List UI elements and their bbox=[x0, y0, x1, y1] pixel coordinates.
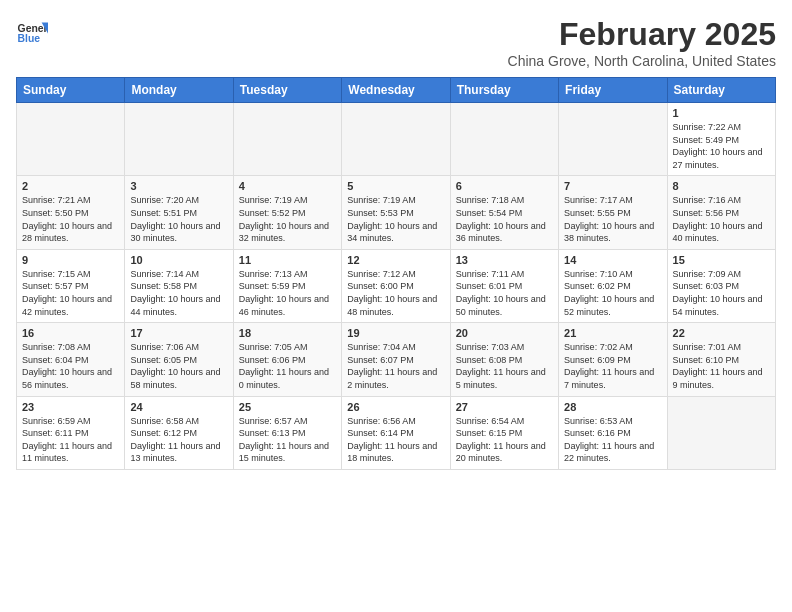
day-number: 14 bbox=[564, 254, 661, 266]
day-info: Sunrise: 6:58 AM Sunset: 6:12 PM Dayligh… bbox=[130, 415, 227, 465]
day-header-monday: Monday bbox=[125, 78, 233, 103]
calendar-cell: 11Sunrise: 7:13 AM Sunset: 5:59 PM Dayli… bbox=[233, 249, 341, 322]
calendar-cell: 4Sunrise: 7:19 AM Sunset: 5:52 PM Daylig… bbox=[233, 176, 341, 249]
calendar-cell bbox=[667, 396, 775, 469]
calendar-cell: 16Sunrise: 7:08 AM Sunset: 6:04 PM Dayli… bbox=[17, 323, 125, 396]
calendar-week-row: 1Sunrise: 7:22 AM Sunset: 5:49 PM Daylig… bbox=[17, 103, 776, 176]
calendar-cell: 21Sunrise: 7:02 AM Sunset: 6:09 PM Dayli… bbox=[559, 323, 667, 396]
day-number: 4 bbox=[239, 180, 336, 192]
day-info: Sunrise: 6:56 AM Sunset: 6:14 PM Dayligh… bbox=[347, 415, 444, 465]
day-info: Sunrise: 7:13 AM Sunset: 5:59 PM Dayligh… bbox=[239, 268, 336, 318]
calendar-cell bbox=[233, 103, 341, 176]
day-number: 11 bbox=[239, 254, 336, 266]
calendar-cell: 26Sunrise: 6:56 AM Sunset: 6:14 PM Dayli… bbox=[342, 396, 450, 469]
day-number: 9 bbox=[22, 254, 119, 266]
day-number: 20 bbox=[456, 327, 553, 339]
day-header-thursday: Thursday bbox=[450, 78, 558, 103]
day-info: Sunrise: 7:10 AM Sunset: 6:02 PM Dayligh… bbox=[564, 268, 661, 318]
page-header: General Blue February 2025 China Grove, … bbox=[16, 16, 776, 69]
day-number: 15 bbox=[673, 254, 770, 266]
day-info: Sunrise: 6:53 AM Sunset: 6:16 PM Dayligh… bbox=[564, 415, 661, 465]
day-number: 10 bbox=[130, 254, 227, 266]
calendar-cell bbox=[342, 103, 450, 176]
day-info: Sunrise: 7:19 AM Sunset: 5:53 PM Dayligh… bbox=[347, 194, 444, 244]
calendar-cell bbox=[125, 103, 233, 176]
svg-text:Blue: Blue bbox=[18, 33, 41, 44]
day-header-sunday: Sunday bbox=[17, 78, 125, 103]
calendar-cell: 7Sunrise: 7:17 AM Sunset: 5:55 PM Daylig… bbox=[559, 176, 667, 249]
day-header-tuesday: Tuesday bbox=[233, 78, 341, 103]
calendar-cell: 9Sunrise: 7:15 AM Sunset: 5:57 PM Daylig… bbox=[17, 249, 125, 322]
day-number: 28 bbox=[564, 401, 661, 413]
day-number: 22 bbox=[673, 327, 770, 339]
calendar-cell: 8Sunrise: 7:16 AM Sunset: 5:56 PM Daylig… bbox=[667, 176, 775, 249]
day-number: 3 bbox=[130, 180, 227, 192]
calendar-cell: 14Sunrise: 7:10 AM Sunset: 6:02 PM Dayli… bbox=[559, 249, 667, 322]
day-number: 16 bbox=[22, 327, 119, 339]
calendar-cell: 2Sunrise: 7:21 AM Sunset: 5:50 PM Daylig… bbox=[17, 176, 125, 249]
calendar-cell: 19Sunrise: 7:04 AM Sunset: 6:07 PM Dayli… bbox=[342, 323, 450, 396]
calendar-week-row: 9Sunrise: 7:15 AM Sunset: 5:57 PM Daylig… bbox=[17, 249, 776, 322]
calendar-cell: 17Sunrise: 7:06 AM Sunset: 6:05 PM Dayli… bbox=[125, 323, 233, 396]
calendar-cell: 3Sunrise: 7:20 AM Sunset: 5:51 PM Daylig… bbox=[125, 176, 233, 249]
day-number: 21 bbox=[564, 327, 661, 339]
day-info: Sunrise: 7:21 AM Sunset: 5:50 PM Dayligh… bbox=[22, 194, 119, 244]
day-info: Sunrise: 7:11 AM Sunset: 6:01 PM Dayligh… bbox=[456, 268, 553, 318]
day-header-wednesday: Wednesday bbox=[342, 78, 450, 103]
calendar-cell: 23Sunrise: 6:59 AM Sunset: 6:11 PM Dayli… bbox=[17, 396, 125, 469]
calendar-cell bbox=[450, 103, 558, 176]
day-info: Sunrise: 7:18 AM Sunset: 5:54 PM Dayligh… bbox=[456, 194, 553, 244]
month-title: February 2025 bbox=[508, 16, 776, 53]
day-number: 13 bbox=[456, 254, 553, 266]
day-info: Sunrise: 7:22 AM Sunset: 5:49 PM Dayligh… bbox=[673, 121, 770, 171]
day-number: 26 bbox=[347, 401, 444, 413]
calendar-cell: 6Sunrise: 7:18 AM Sunset: 5:54 PM Daylig… bbox=[450, 176, 558, 249]
location: China Grove, North Carolina, United Stat… bbox=[508, 53, 776, 69]
day-info: Sunrise: 7:16 AM Sunset: 5:56 PM Dayligh… bbox=[673, 194, 770, 244]
logo-icon: General Blue bbox=[16, 16, 48, 48]
day-info: Sunrise: 7:04 AM Sunset: 6:07 PM Dayligh… bbox=[347, 341, 444, 391]
calendar-cell bbox=[559, 103, 667, 176]
day-number: 19 bbox=[347, 327, 444, 339]
calendar-week-row: 16Sunrise: 7:08 AM Sunset: 6:04 PM Dayli… bbox=[17, 323, 776, 396]
day-number: 18 bbox=[239, 327, 336, 339]
day-number: 23 bbox=[22, 401, 119, 413]
day-info: Sunrise: 7:09 AM Sunset: 6:03 PM Dayligh… bbox=[673, 268, 770, 318]
calendar-week-row: 23Sunrise: 6:59 AM Sunset: 6:11 PM Dayli… bbox=[17, 396, 776, 469]
calendar-cell: 22Sunrise: 7:01 AM Sunset: 6:10 PM Dayli… bbox=[667, 323, 775, 396]
day-number: 17 bbox=[130, 327, 227, 339]
day-info: Sunrise: 7:02 AM Sunset: 6:09 PM Dayligh… bbox=[564, 341, 661, 391]
day-number: 27 bbox=[456, 401, 553, 413]
day-number: 2 bbox=[22, 180, 119, 192]
day-header-saturday: Saturday bbox=[667, 78, 775, 103]
calendar-table: SundayMondayTuesdayWednesdayThursdayFrid… bbox=[16, 77, 776, 470]
calendar-cell: 5Sunrise: 7:19 AM Sunset: 5:53 PM Daylig… bbox=[342, 176, 450, 249]
calendar-cell: 20Sunrise: 7:03 AM Sunset: 6:08 PM Dayli… bbox=[450, 323, 558, 396]
day-info: Sunrise: 6:59 AM Sunset: 6:11 PM Dayligh… bbox=[22, 415, 119, 465]
day-number: 5 bbox=[347, 180, 444, 192]
day-number: 8 bbox=[673, 180, 770, 192]
calendar-cell: 10Sunrise: 7:14 AM Sunset: 5:58 PM Dayli… bbox=[125, 249, 233, 322]
calendar-cell: 1Sunrise: 7:22 AM Sunset: 5:49 PM Daylig… bbox=[667, 103, 775, 176]
day-info: Sunrise: 7:12 AM Sunset: 6:00 PM Dayligh… bbox=[347, 268, 444, 318]
day-number: 6 bbox=[456, 180, 553, 192]
calendar-header-row: SundayMondayTuesdayWednesdayThursdayFrid… bbox=[17, 78, 776, 103]
calendar-cell: 25Sunrise: 6:57 AM Sunset: 6:13 PM Dayli… bbox=[233, 396, 341, 469]
day-number: 7 bbox=[564, 180, 661, 192]
calendar-cell: 15Sunrise: 7:09 AM Sunset: 6:03 PM Dayli… bbox=[667, 249, 775, 322]
calendar-cell: 12Sunrise: 7:12 AM Sunset: 6:00 PM Dayli… bbox=[342, 249, 450, 322]
calendar-cell: 27Sunrise: 6:54 AM Sunset: 6:15 PM Dayli… bbox=[450, 396, 558, 469]
day-number: 25 bbox=[239, 401, 336, 413]
day-number: 1 bbox=[673, 107, 770, 119]
day-info: Sunrise: 7:01 AM Sunset: 6:10 PM Dayligh… bbox=[673, 341, 770, 391]
calendar-cell bbox=[17, 103, 125, 176]
day-info: Sunrise: 7:06 AM Sunset: 6:05 PM Dayligh… bbox=[130, 341, 227, 391]
day-info: Sunrise: 6:54 AM Sunset: 6:15 PM Dayligh… bbox=[456, 415, 553, 465]
calendar-week-row: 2Sunrise: 7:21 AM Sunset: 5:50 PM Daylig… bbox=[17, 176, 776, 249]
day-info: Sunrise: 7:20 AM Sunset: 5:51 PM Dayligh… bbox=[130, 194, 227, 244]
day-info: Sunrise: 7:15 AM Sunset: 5:57 PM Dayligh… bbox=[22, 268, 119, 318]
title-block: February 2025 China Grove, North Carolin… bbox=[508, 16, 776, 69]
day-info: Sunrise: 7:19 AM Sunset: 5:52 PM Dayligh… bbox=[239, 194, 336, 244]
day-info: Sunrise: 6:57 AM Sunset: 6:13 PM Dayligh… bbox=[239, 415, 336, 465]
day-info: Sunrise: 7:03 AM Sunset: 6:08 PM Dayligh… bbox=[456, 341, 553, 391]
